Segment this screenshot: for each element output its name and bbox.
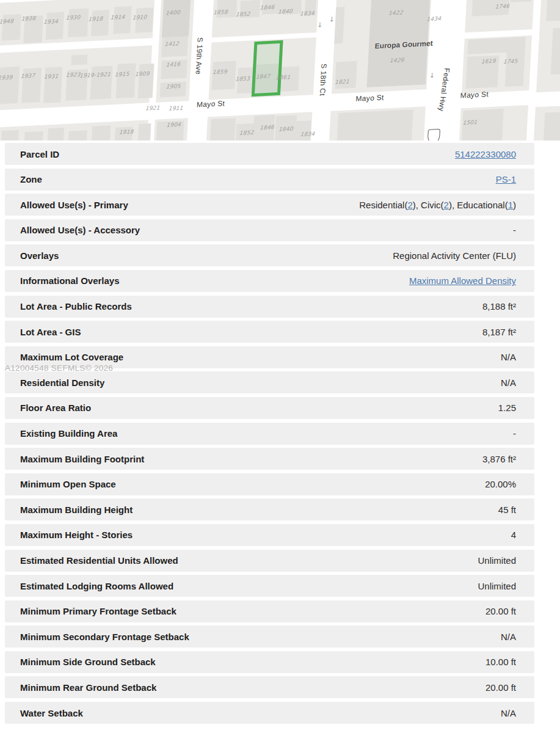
row-label: Maximum Building Height — [20, 505, 133, 515]
one-way-arrow-icon: ↓ — [317, 21, 323, 29]
row-value-link[interactable]: 1 — [508, 200, 513, 210]
parcel-location-map: 1948193819341930191819141910193919371931… — [0, 0, 560, 140]
table-row: Informational OverlaysMaximum Allowed De… — [5, 270, 534, 292]
house-number-label: 1909 — [135, 70, 150, 77]
table-row: ZonePS-1 — [5, 169, 534, 191]
house-number-label: 1918 — [119, 128, 134, 135]
map-building-footprint — [0, 67, 20, 104]
row-label: Estimated Residential Units Allowed — [20, 555, 178, 566]
row-value: Unlimited — [478, 555, 516, 566]
table-row: Minimum Primary Frontage Setback20.00 ft — [5, 600, 534, 622]
house-number-label: 1911 — [169, 105, 183, 112]
map-building-footprint — [336, 109, 413, 140]
map-building-footprint — [116, 64, 136, 98]
house-number-label: 1939 — [0, 74, 13, 81]
row-value: 45 ft — [498, 505, 516, 515]
row-value-link[interactable]: PS-1 — [496, 174, 516, 184]
map-building-footprint — [546, 0, 560, 21]
table-row: Parcel ID514222330080 — [5, 143, 534, 165]
row-label: Allowed Use(s) - Accessory — [20, 225, 140, 235]
subject-parcel-highlight — [252, 40, 283, 97]
row-label: Informational Overlays — [20, 275, 120, 286]
house-number-label: 1915 — [115, 71, 129, 78]
row-label: Minimum Rear Ground Setback — [20, 682, 156, 693]
table-row: Maximum Building Height45 ft — [5, 498, 534, 520]
map-building-footprint — [91, 10, 109, 36]
house-number-label: 1416 — [165, 61, 180, 68]
row-value: N/A — [501, 377, 516, 388]
row-label: Minimum Secondary Frontage Setback — [20, 632, 189, 642]
row-value: 3,876 ft² — [482, 454, 516, 464]
house-number-label: 1931 — [43, 73, 58, 80]
map-building-footprint — [211, 61, 236, 90]
map-building-footprint — [138, 64, 155, 98]
map-building-footprint — [0, 130, 19, 140]
house-number-label: 1501 — [462, 119, 477, 126]
row-value: N/A — [501, 632, 516, 642]
table-row: Minimum Secondary Frontage SetbackN/A — [5, 625, 534, 647]
house-number-label: 1746 — [495, 3, 509, 10]
table-row: OverlaysRegional Activity Center (FLU) — [5, 244, 534, 266]
row-label: Maximum Lot Coverage — [20, 352, 123, 362]
table-row: Floor Area Ratio1.25 — [5, 397, 534, 419]
row-value-text: ) — [513, 200, 516, 210]
house-number-label: 1923 — [65, 71, 80, 78]
house-number-label: 1834 — [300, 10, 315, 16]
row-value-link[interactable]: 2 — [444, 200, 449, 210]
table-row: Minimum Side Ground Setback10.00 ft — [5, 651, 534, 673]
table-row: Lot Area - GIS8,187 ft² — [5, 321, 534, 343]
row-value-link[interactable]: Maximum Allowed Density — [409, 275, 516, 286]
house-number-label: 1948 — [0, 18, 13, 25]
house-number-label: 1834 — [300, 131, 315, 137]
row-label: Minimum Open Space — [20, 479, 116, 489]
map-building-footprint — [543, 111, 560, 140]
house-number-label: 1412 — [164, 40, 179, 47]
house-number-label: 1847 — [255, 73, 270, 80]
table-row: Residential DensityN/A — [5, 371, 534, 393]
house-number-label: 1426 — [390, 57, 404, 64]
house-number-label: 1938 — [21, 15, 35, 22]
street-name-label: Mayo St — [460, 90, 489, 100]
table-row: Allowed Use(s) - Accessory- — [5, 219, 534, 241]
row-label: Water Setback — [20, 708, 83, 718]
house-number-label: 1846 — [260, 4, 274, 11]
table-row: Water SetbackN/A — [5, 702, 534, 724]
row-label: Maximum Building Footprint — [20, 454, 144, 464]
house-number-label: 1400 — [165, 9, 180, 16]
row-label: Overlays — [20, 250, 59, 261]
map-building-footprint — [68, 9, 89, 38]
row-value: Maximum Allowed Density — [409, 275, 516, 286]
row-value-link[interactable]: 514222330080 — [455, 149, 516, 159]
us-highway-shield-icon — [427, 129, 440, 140]
house-number-label: 1914 — [110, 14, 125, 21]
row-value: 8,187 ft² — [482, 327, 516, 337]
house-number-label: 1918 — [88, 15, 103, 22]
one-way-arrow-icon: ↓ — [329, 15, 335, 23]
table-row: Existing Building Area- — [5, 423, 534, 445]
row-value: Residential(2), Civic(2), Educational(1) — [359, 200, 516, 210]
map-building-footprint — [43, 67, 62, 103]
house-number-label: 1434 — [426, 15, 441, 22]
house-number-label: 1852 — [239, 129, 253, 136]
row-value: 514222330080 — [455, 149, 516, 159]
house-number-label: 1930 — [65, 14, 80, 21]
house-number-label: 1859 — [213, 68, 227, 75]
zoning-detail-table: Parcel ID514222330080ZonePS-1Allowed Use… — [5, 143, 534, 724]
row-value: 20.00 ft — [485, 682, 516, 693]
house-number-label: 1840 — [278, 126, 293, 133]
row-value: Regional Activity Center (FLU) — [393, 250, 516, 261]
row-label: Residential Density — [20, 377, 104, 388]
row-value: N/A — [501, 352, 516, 362]
house-number-label: 1853 — [235, 75, 250, 82]
row-label: Estimated Lodging Rooms Allowed — [20, 581, 173, 591]
table-row: Minimum Rear Ground Setback20.00 ft — [5, 676, 534, 698]
house-number-label: 1910 — [132, 14, 147, 21]
house-number-label: 1921 — [145, 104, 160, 111]
house-number-label: 1858 — [213, 9, 228, 15]
row-value: 4 — [511, 530, 516, 540]
row-value: 8,188 ft² — [482, 301, 516, 312]
row-label: Lot Area - GIS — [20, 327, 81, 337]
zoning-report-page: { "map": { "house_numbers": [ {"t":"1948… — [0, 0, 560, 733]
row-value: PS-1 — [496, 174, 516, 184]
row-value-link[interactable]: 2 — [407, 200, 412, 210]
